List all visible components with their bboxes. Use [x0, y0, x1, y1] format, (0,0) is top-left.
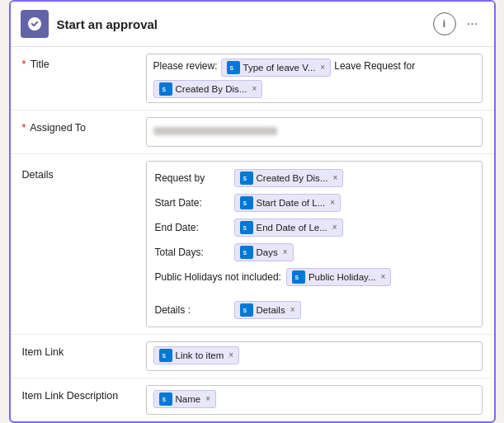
pub-holidays-tag-close[interactable]: × [381, 273, 386, 281]
total-days-tag-close[interactable]: × [283, 248, 288, 256]
title-tag-0-close[interactable]: × [320, 63, 325, 72]
end-date-tag-close[interactable]: × [332, 223, 337, 232]
item-link-desc-tag-close[interactable]: × [205, 395, 210, 403]
request-by-tag[interactable]: S Created By Dis... × [234, 169, 344, 187]
details-row: Details Request by S Created By Dis... × [11, 154, 494, 335]
detail-row-pub-holidays: Public Holidays not included: S Public H… [155, 267, 473, 287]
item-link-row: Item Link S Link to item × [11, 335, 494, 378]
sp-icon-ed: S [240, 221, 253, 234]
item-link-desc-row: Item Link Description S Name × [11, 378, 494, 421]
title-tag-2-text: Created By Dis... [176, 84, 247, 94]
assigned-required: * [22, 122, 26, 134]
title-row: * Title Please review: S Type of leave V… [11, 47, 494, 110]
item-link-desc-tag[interactable]: S Name × [153, 390, 217, 408]
item-link-tag-text: Link to item [176, 350, 224, 360]
info-button[interactable]: i [433, 12, 456, 35]
approval-card: Start an approval i ··· * Title Please r… [9, 0, 496, 423]
header-icon [21, 10, 49, 38]
svg-text:S: S [229, 65, 233, 71]
start-date-tag-close[interactable]: × [330, 199, 335, 207]
svg-text:S: S [162, 353, 166, 359]
end-date-label: End Date: [155, 222, 229, 233]
title-label: * Title [22, 54, 146, 70]
start-date-tag-text: Start Date of L... [257, 198, 326, 208]
end-date-tag[interactable]: S End Date of Le... × [234, 219, 343, 237]
detail-row-details: Details : S Details × [155, 300, 473, 320]
header-title: Start an approval [57, 17, 425, 31]
leave-request-label: Leave Request for [334, 59, 415, 72]
svg-text:S: S [243, 308, 247, 313]
title-tag-0-text: Type of leave V... [243, 63, 316, 73]
sp-icon-det: S [240, 303, 253, 317]
sp-icon-req: S [240, 172, 253, 185]
item-link-desc-field[interactable]: S Name × [146, 385, 483, 415]
assigned-to-value-blur [153, 127, 277, 135]
details-field[interactable]: Request by S Created By Dis... × Start D… [146, 161, 483, 327]
item-link-desc-tag-text: Name [176, 394, 201, 404]
sharepoint-icon-0: S [227, 61, 240, 74]
svg-text:S: S [162, 397, 166, 402]
sharepoint-icon-2: S [159, 82, 172, 96]
item-link-field[interactable]: S Link to item × [146, 341, 483, 371]
pub-holidays-tag-text: Public Holiday... [309, 272, 376, 282]
pub-holidays-label: Public Holidays not included: [155, 271, 281, 283]
detail-row-end-date: End Date: S End Date of Le... × [155, 218, 473, 237]
svg-text:S: S [243, 200, 247, 206]
details-label: Details [22, 161, 146, 181]
assigned-to-label: * Assigned To [22, 117, 146, 134]
svg-text:S: S [243, 250, 247, 256]
total-days-tag[interactable]: S Days × [234, 243, 294, 261]
sp-icon-td: S [240, 246, 253, 259]
request-by-tag-text: Created By Dis... [257, 173, 328, 183]
title-tag-2[interactable]: S Created By Dis... × [153, 80, 263, 98]
start-date-tag[interactable]: S Start Date of L... × [234, 194, 341, 212]
svg-text:S: S [162, 87, 166, 92]
detail-row-request-by: Request by S Created By Dis... × [155, 168, 473, 188]
item-link-tag[interactable]: S Link to item × [153, 346, 240, 364]
header-actions: i ··· [433, 12, 484, 35]
item-link-label: Item Link [22, 341, 146, 358]
sp-icon-name: S [159, 392, 172, 406]
item-link-desc-label: Item Link Description [22, 385, 146, 402]
detail-row-total-days: Total Days: S Days × [155, 242, 473, 262]
end-date-tag-text: End Date of Le... [257, 223, 327, 233]
svg-text:S: S [295, 275, 299, 280]
details-sub-tag[interactable]: S Details × [234, 301, 301, 319]
svg-text:S: S [243, 176, 247, 181]
details-sub-label: Details : [155, 304, 229, 316]
start-date-label: Start Date: [155, 197, 229, 209]
detail-row-start-date: Start Date: S Start Date of L... × [155, 193, 473, 213]
svg-text:S: S [243, 225, 247, 231]
details-sub-tag-close[interactable]: × [290, 306, 295, 314]
request-by-tag-close[interactable]: × [332, 174, 337, 182]
details-sub-tag-text: Details [257, 305, 285, 315]
approval-icon [26, 16, 43, 32]
request-by-label: Request by [155, 172, 229, 184]
total-days-tag-text: Days [257, 247, 278, 257]
title-field[interactable]: Please review: S Type of leave V... × Le… [146, 54, 483, 103]
please-review-label: Please review: [153, 59, 218, 72]
pub-holidays-tag[interactable]: S Public Holiday... × [286, 268, 391, 286]
sp-icon-ph: S [292, 270, 305, 284]
assigned-to-field[interactable] [146, 117, 483, 147]
more-button[interactable]: ··· [461, 12, 484, 35]
item-link-tag-close[interactable]: × [228, 351, 233, 360]
title-tag-0[interactable]: S Type of leave V... × [221, 59, 332, 77]
card-header: Start an approval i ··· [11, 2, 494, 47]
title-tag-2-close[interactable]: × [252, 85, 257, 93]
total-days-label: Total Days: [155, 247, 229, 258]
card-body: * Title Please review: S Type of leave V… [11, 47, 494, 421]
assigned-to-row: * Assigned To [11, 110, 494, 154]
title-required: * [22, 59, 26, 70]
sp-icon-sd: S [240, 196, 253, 209]
sp-icon-link: S [159, 349, 172, 362]
